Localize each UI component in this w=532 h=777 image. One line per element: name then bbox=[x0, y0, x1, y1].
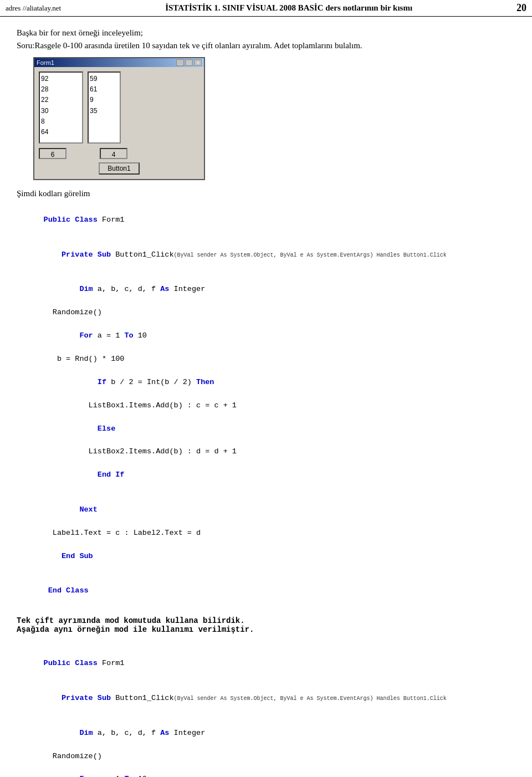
intro-line2: Soru:Rasgele 0-100 arasında üretilen 10 … bbox=[17, 39, 515, 52]
code1-end-class: End Class bbox=[17, 574, 515, 609]
form-title: Form1 bbox=[37, 59, 54, 66]
form-body: 92 28 22 30 8 64 59 61 9 35 bbox=[34, 67, 204, 148]
form-bottom: Button1 bbox=[34, 159, 204, 175]
code2-dim: Dim a, b, c, d, f As Integer bbox=[17, 716, 515, 751]
page-header: adres //aliatalay.net İSTATİSTİK 1. SINI… bbox=[0, 0, 532, 17]
header-title: İSTATİSTİK 1. SINIF VİSUAL 2008 BASİC de… bbox=[61, 3, 516, 13]
code1-randomize: Randomize() bbox=[17, 307, 515, 319]
code1-b-assign: b = Rnd() * 100 bbox=[17, 354, 515, 365]
section1-label: Şimdi kodları görelim bbox=[17, 189, 515, 198]
code1-next: Next bbox=[17, 493, 515, 528]
button1[interactable]: Button1 bbox=[99, 162, 139, 175]
maximize-button[interactable]: □ bbox=[185, 59, 193, 66]
code2-public-class: Public Class Form1 bbox=[17, 646, 515, 681]
code1-public-class: Public Class Form1 bbox=[17, 203, 515, 238]
note-block: Tek çift ayrımında mod komutuda kullana … bbox=[17, 616, 515, 634]
close-button[interactable]: ✕ bbox=[194, 59, 202, 66]
form-window-buttons[interactable]: _ □ ✕ bbox=[176, 59, 202, 66]
label1: 6 bbox=[39, 148, 66, 159]
main-content: Başka bir for next örneği inceleyelim; S… bbox=[0, 17, 532, 777]
code1-if: If b / 2 = Int(b / 2) Then bbox=[17, 365, 515, 400]
code-block-2: Public Class Form1 Private Sub Button1_C… bbox=[17, 646, 515, 777]
code1-end-if: End If bbox=[17, 458, 515, 493]
header-address: adres //aliatalay.net bbox=[6, 4, 61, 13]
note-line1: Tek çift ayrımında mod komutuda kullana … bbox=[17, 616, 515, 625]
intro-block: Başka bir for next örneği inceleyelim; S… bbox=[17, 27, 515, 52]
code2-private-sub: Private Sub Button1_Click(ByVal sender A… bbox=[17, 681, 515, 716]
listbox1: 92 28 22 30 8 64 bbox=[39, 71, 83, 144]
code2-randomize: Randomize() bbox=[17, 751, 515, 763]
code1-dim: Dim a, b, c, d, f As Integer bbox=[17, 273, 515, 308]
header-page-number: 20 bbox=[516, 2, 526, 14]
form-screenshot: Form1 _ □ ✕ 92 28 22 30 8 64 59 61 9 35 bbox=[33, 57, 205, 180]
code1-listbox2: ListBox2.Items.Add(b) : d = d + 1 bbox=[17, 446, 515, 458]
code1-listbox1: ListBox1.Items.Add(b) : c = c + 1 bbox=[17, 400, 515, 412]
labels-row: 6 4 bbox=[34, 148, 204, 159]
code1-label: Label1.Text = c : Label2.Text = d bbox=[17, 528, 515, 539]
code1-end-sub: End Sub bbox=[17, 539, 515, 574]
minimize-button[interactable]: _ bbox=[176, 59, 184, 66]
code1-for: For a = 1 To 10 bbox=[17, 319, 515, 354]
form-titlebar: Form1 _ □ ✕ bbox=[34, 58, 204, 67]
code1-private-sub: Private Sub Button1_Click(ByVal sender A… bbox=[17, 238, 515, 273]
code2-for: For a = 1 To 10 bbox=[17, 762, 515, 777]
label2: 4 bbox=[100, 148, 127, 159]
code-block-1: Public Class Form1 Private Sub Button1_C… bbox=[17, 203, 515, 609]
intro-line1: Başka bir for next örneği inceleyelim; bbox=[17, 27, 515, 39]
code1-else: Else bbox=[17, 412, 515, 447]
listbox2: 59 61 9 35 bbox=[88, 71, 121, 144]
note-line2: Aşağıda aynı örneğin mod ile kullanımı v… bbox=[17, 625, 515, 634]
